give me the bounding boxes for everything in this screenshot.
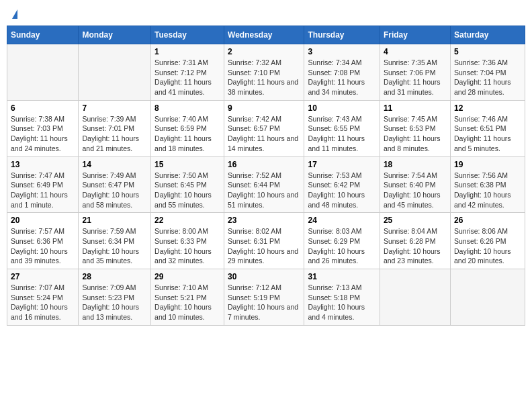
- day-info: Sunrise: 7:32 AMSunset: 7:10 PMDaylight:…: [228, 58, 300, 97]
- calendar-cell: 14Sunrise: 7:49 AMSunset: 6:47 PMDayligh…: [79, 156, 151, 213]
- calendar-cell: [450, 269, 525, 326]
- day-info: Sunrise: 7:13 AMSunset: 5:18 PMDaylight:…: [308, 283, 375, 322]
- logo-triangle-icon: [12, 9, 17, 19]
- calendar-cell: 27Sunrise: 7:07 AMSunset: 5:24 PMDayligh…: [7, 269, 79, 326]
- calendar-week-row: 1Sunrise: 7:31 AMSunset: 7:12 PMDaylight…: [7, 44, 525, 101]
- calendar-week-row: 20Sunrise: 7:57 AMSunset: 6:36 PMDayligh…: [7, 213, 525, 269]
- day-number: 8: [154, 103, 220, 113]
- day-info: Sunrise: 7:54 AMSunset: 6:40 PMDaylight:…: [384, 171, 447, 210]
- calendar-cell: 24Sunrise: 8:03 AMSunset: 6:29 PMDayligh…: [304, 213, 380, 269]
- day-number: 2: [228, 47, 300, 56]
- calendar-week-row: 27Sunrise: 7:07 AMSunset: 5:24 PMDayligh…: [7, 269, 525, 326]
- day-number: 7: [82, 103, 147, 113]
- day-of-week-header: Sunday: [7, 26, 79, 44]
- day-info: Sunrise: 7:09 AMSunset: 5:23 PMDaylight:…: [82, 283, 147, 322]
- day-number: 17: [308, 160, 375, 169]
- day-number: 18: [384, 160, 447, 169]
- day-number: 6: [11, 103, 75, 113]
- calendar-cell: [7, 44, 79, 101]
- calendar-cell: 6Sunrise: 7:38 AMSunset: 7:03 PMDaylight…: [7, 100, 79, 156]
- calendar-cell: 17Sunrise: 7:53 AMSunset: 6:42 PMDayligh…: [304, 156, 380, 213]
- day-info: Sunrise: 7:50 AMSunset: 6:45 PMDaylight:…: [154, 171, 220, 210]
- calendar-week-row: 13Sunrise: 7:47 AMSunset: 6:49 PMDayligh…: [7, 156, 525, 213]
- calendar-cell: 15Sunrise: 7:50 AMSunset: 6:45 PMDayligh…: [151, 156, 224, 213]
- day-info: Sunrise: 7:59 AMSunset: 6:34 PMDaylight:…: [82, 226, 147, 266]
- calendar-cell: 4Sunrise: 7:35 AMSunset: 7:06 PMDaylight…: [380, 44, 450, 101]
- calendar-header-row: SundayMondayTuesdayWednesdayThursdayFrid…: [7, 26, 525, 44]
- calendar-cell: 20Sunrise: 7:57 AMSunset: 6:36 PMDayligh…: [7, 213, 79, 269]
- day-number: 30: [228, 272, 300, 281]
- calendar-cell: 3Sunrise: 7:34 AMSunset: 7:08 PMDaylight…: [304, 44, 380, 101]
- day-info: Sunrise: 8:03 AMSunset: 6:29 PMDaylight:…: [308, 226, 375, 266]
- day-number: 24: [308, 216, 375, 225]
- day-of-week-header: Saturday: [450, 26, 525, 44]
- day-number: 12: [454, 103, 521, 113]
- calendar-cell: 7Sunrise: 7:39 AMSunset: 7:01 PMDaylight…: [79, 100, 151, 156]
- calendar-cell: 1Sunrise: 7:31 AMSunset: 7:12 PMDaylight…: [151, 44, 224, 101]
- day-number: 5: [454, 47, 521, 56]
- day-number: 23: [228, 216, 300, 225]
- day-number: 27: [11, 272, 75, 281]
- day-info: Sunrise: 7:49 AMSunset: 6:47 PMDaylight:…: [82, 171, 147, 210]
- calendar-cell: 19Sunrise: 7:56 AMSunset: 6:38 PMDayligh…: [450, 156, 525, 213]
- calendar-cell: 30Sunrise: 7:12 AMSunset: 5:19 PMDayligh…: [224, 269, 304, 326]
- calendar-body: 1Sunrise: 7:31 AMSunset: 7:12 PMDaylight…: [7, 44, 525, 326]
- day-number: 10: [308, 103, 375, 113]
- day-info: Sunrise: 7:45 AMSunset: 6:53 PMDaylight:…: [384, 114, 447, 154]
- day-info: Sunrise: 7:52 AMSunset: 6:44 PMDaylight:…: [228, 171, 300, 210]
- calendar-week-row: 6Sunrise: 7:38 AMSunset: 7:03 PMDaylight…: [7, 100, 525, 156]
- day-number: 1: [154, 47, 220, 56]
- day-number: 11: [384, 103, 447, 113]
- day-info: Sunrise: 7:36 AMSunset: 7:04 PMDaylight:…: [454, 58, 521, 97]
- calendar-cell: 10Sunrise: 7:43 AMSunset: 6:55 PMDayligh…: [304, 100, 380, 156]
- day-info: Sunrise: 7:42 AMSunset: 6:57 PMDaylight:…: [228, 114, 300, 154]
- page-header: [7, 7, 525, 20]
- day-of-week-header: Monday: [79, 26, 151, 44]
- calendar-cell: [79, 44, 151, 101]
- calendar-table: SundayMondayTuesdayWednesdayThursdayFrid…: [7, 26, 525, 326]
- calendar-cell: 12Sunrise: 7:46 AMSunset: 6:51 PMDayligh…: [450, 100, 525, 156]
- day-number: 29: [154, 272, 220, 281]
- day-info: Sunrise: 7:57 AMSunset: 6:36 PMDaylight:…: [11, 226, 75, 266]
- calendar-cell: 5Sunrise: 7:36 AMSunset: 7:04 PMDaylight…: [450, 44, 525, 101]
- day-info: Sunrise: 8:02 AMSunset: 6:31 PMDaylight:…: [228, 226, 300, 266]
- day-info: Sunrise: 7:53 AMSunset: 6:42 PMDaylight:…: [308, 171, 375, 210]
- day-number: 4: [384, 47, 447, 56]
- calendar-cell: 29Sunrise: 7:10 AMSunset: 5:21 PMDayligh…: [151, 269, 224, 326]
- day-info: Sunrise: 7:34 AMSunset: 7:08 PMDaylight:…: [308, 58, 375, 97]
- day-info: Sunrise: 8:00 AMSunset: 6:33 PMDaylight:…: [154, 226, 220, 266]
- calendar-cell: 18Sunrise: 7:54 AMSunset: 6:40 PMDayligh…: [380, 156, 450, 213]
- calendar-cell: 21Sunrise: 7:59 AMSunset: 6:34 PMDayligh…: [79, 213, 151, 269]
- day-of-week-header: Friday: [380, 26, 450, 44]
- logo: [11, 9, 17, 17]
- day-info: Sunrise: 7:07 AMSunset: 5:24 PMDaylight:…: [11, 283, 75, 322]
- day-of-week-header: Wednesday: [224, 26, 304, 44]
- day-number: 13: [11, 160, 75, 169]
- day-info: Sunrise: 7:39 AMSunset: 7:01 PMDaylight:…: [82, 114, 147, 154]
- day-number: 26: [454, 216, 521, 225]
- calendar-cell: 8Sunrise: 7:40 AMSunset: 6:59 PMDaylight…: [151, 100, 224, 156]
- day-number: 28: [82, 272, 147, 281]
- day-number: 16: [228, 160, 300, 169]
- calendar-cell: 9Sunrise: 7:42 AMSunset: 6:57 PMDaylight…: [224, 100, 304, 156]
- day-info: Sunrise: 7:35 AMSunset: 7:06 PMDaylight:…: [384, 58, 447, 97]
- day-number: 15: [154, 160, 220, 169]
- day-info: Sunrise: 7:38 AMSunset: 7:03 PMDaylight:…: [11, 114, 75, 154]
- calendar-cell: 23Sunrise: 8:02 AMSunset: 6:31 PMDayligh…: [224, 213, 304, 269]
- day-number: 25: [384, 216, 447, 225]
- day-number: 3: [308, 47, 375, 56]
- day-info: Sunrise: 7:46 AMSunset: 6:51 PMDaylight:…: [454, 114, 521, 154]
- day-number: 9: [228, 103, 300, 113]
- day-of-week-header: Tuesday: [151, 26, 224, 44]
- day-info: Sunrise: 7:56 AMSunset: 6:38 PMDaylight:…: [454, 171, 521, 210]
- calendar-cell: [380, 269, 450, 326]
- calendar-cell: 2Sunrise: 7:32 AMSunset: 7:10 PMDaylight…: [224, 44, 304, 101]
- day-info: Sunrise: 8:06 AMSunset: 6:26 PMDaylight:…: [454, 226, 521, 266]
- calendar-cell: 26Sunrise: 8:06 AMSunset: 6:26 PMDayligh…: [450, 213, 525, 269]
- day-info: Sunrise: 7:12 AMSunset: 5:19 PMDaylight:…: [228, 283, 300, 322]
- day-info: Sunrise: 8:04 AMSunset: 6:28 PMDaylight:…: [384, 226, 447, 266]
- day-info: Sunrise: 7:40 AMSunset: 6:59 PMDaylight:…: [154, 114, 220, 154]
- day-number: 22: [154, 216, 220, 225]
- day-number: 20: [11, 216, 75, 225]
- day-info: Sunrise: 7:10 AMSunset: 5:21 PMDaylight:…: [154, 283, 220, 322]
